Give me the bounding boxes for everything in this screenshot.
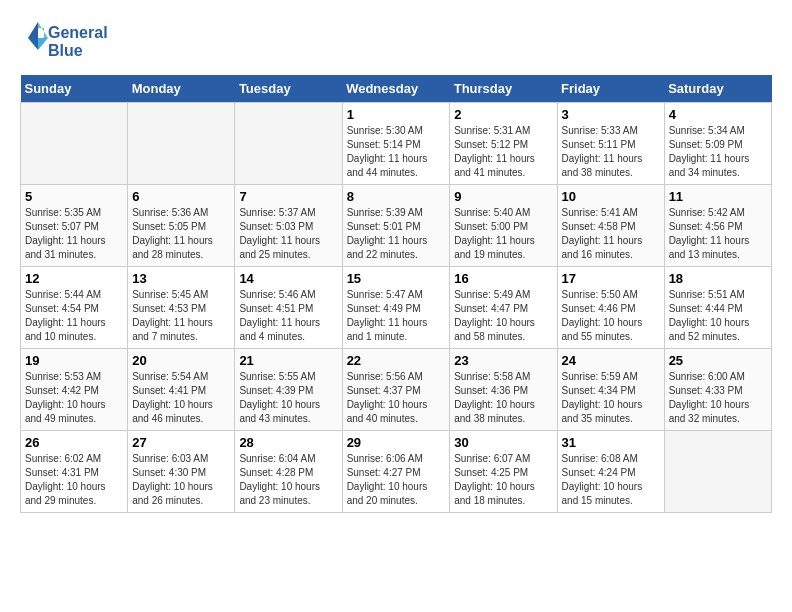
day-number: 9 [454, 189, 552, 204]
day-info: Sunrise: 6:07 AM Sunset: 4:25 PM Dayligh… [454, 452, 552, 508]
day-number: 24 [562, 353, 660, 368]
day-number: 7 [239, 189, 337, 204]
day-info: Sunrise: 5:56 AM Sunset: 4:37 PM Dayligh… [347, 370, 446, 426]
day-cell: 4Sunrise: 5:34 AM Sunset: 5:09 PM Daylig… [664, 103, 771, 185]
day-info: Sunrise: 6:08 AM Sunset: 4:24 PM Dayligh… [562, 452, 660, 508]
day-number: 6 [132, 189, 230, 204]
day-cell: 31Sunrise: 6:08 AM Sunset: 4:24 PM Dayli… [557, 431, 664, 513]
day-cell: 26Sunrise: 6:02 AM Sunset: 4:31 PM Dayli… [21, 431, 128, 513]
day-number: 3 [562, 107, 660, 122]
day-number: 27 [132, 435, 230, 450]
day-info: Sunrise: 5:53 AM Sunset: 4:42 PM Dayligh… [25, 370, 123, 426]
header-cell-sunday: Sunday [21, 75, 128, 103]
day-cell [21, 103, 128, 185]
day-cell: 13Sunrise: 5:45 AM Sunset: 4:53 PM Dayli… [128, 267, 235, 349]
svg-text:General: General [48, 24, 108, 41]
day-cell: 5Sunrise: 5:35 AM Sunset: 5:07 PM Daylig… [21, 185, 128, 267]
day-info: Sunrise: 5:31 AM Sunset: 5:12 PM Dayligh… [454, 124, 552, 180]
day-info: Sunrise: 5:51 AM Sunset: 4:44 PM Dayligh… [669, 288, 767, 344]
day-number: 20 [132, 353, 230, 368]
day-cell: 3Sunrise: 5:33 AM Sunset: 5:11 PM Daylig… [557, 103, 664, 185]
day-cell: 16Sunrise: 5:49 AM Sunset: 4:47 PM Dayli… [450, 267, 557, 349]
day-cell: 7Sunrise: 5:37 AM Sunset: 5:03 PM Daylig… [235, 185, 342, 267]
day-cell: 17Sunrise: 5:50 AM Sunset: 4:46 PM Dayli… [557, 267, 664, 349]
day-info: Sunrise: 6:00 AM Sunset: 4:33 PM Dayligh… [669, 370, 767, 426]
day-number: 21 [239, 353, 337, 368]
day-info: Sunrise: 6:04 AM Sunset: 4:28 PM Dayligh… [239, 452, 337, 508]
header-cell-tuesday: Tuesday [235, 75, 342, 103]
day-cell: 21Sunrise: 5:55 AM Sunset: 4:39 PM Dayli… [235, 349, 342, 431]
day-cell: 25Sunrise: 6:00 AM Sunset: 4:33 PM Dayli… [664, 349, 771, 431]
day-number: 28 [239, 435, 337, 450]
day-cell: 15Sunrise: 5:47 AM Sunset: 4:49 PM Dayli… [342, 267, 450, 349]
day-info: Sunrise: 5:44 AM Sunset: 4:54 PM Dayligh… [25, 288, 123, 344]
header-cell-saturday: Saturday [664, 75, 771, 103]
day-cell [128, 103, 235, 185]
day-number: 1 [347, 107, 446, 122]
day-number: 4 [669, 107, 767, 122]
day-info: Sunrise: 5:33 AM Sunset: 5:11 PM Dayligh… [562, 124, 660, 180]
day-number: 29 [347, 435, 446, 450]
day-number: 15 [347, 271, 446, 286]
day-info: Sunrise: 5:39 AM Sunset: 5:01 PM Dayligh… [347, 206, 446, 262]
day-number: 23 [454, 353, 552, 368]
day-number: 25 [669, 353, 767, 368]
svg-marker-2 [38, 22, 48, 38]
day-cell: 9Sunrise: 5:40 AM Sunset: 5:00 PM Daylig… [450, 185, 557, 267]
day-info: Sunrise: 5:45 AM Sunset: 4:53 PM Dayligh… [132, 288, 230, 344]
svg-text:Blue: Blue [48, 42, 83, 59]
header-cell-thursday: Thursday [450, 75, 557, 103]
logo: General Blue [20, 20, 110, 65]
day-info: Sunrise: 5:54 AM Sunset: 4:41 PM Dayligh… [132, 370, 230, 426]
day-info: Sunrise: 5:42 AM Sunset: 4:56 PM Dayligh… [669, 206, 767, 262]
day-cell: 18Sunrise: 5:51 AM Sunset: 4:44 PM Dayli… [664, 267, 771, 349]
day-cell: 14Sunrise: 5:46 AM Sunset: 4:51 PM Dayli… [235, 267, 342, 349]
day-info: Sunrise: 5:36 AM Sunset: 5:05 PM Dayligh… [132, 206, 230, 262]
day-number: 18 [669, 271, 767, 286]
day-cell: 10Sunrise: 5:41 AM Sunset: 4:58 PM Dayli… [557, 185, 664, 267]
day-cell: 27Sunrise: 6:03 AM Sunset: 4:30 PM Dayli… [128, 431, 235, 513]
calendar-table: SundayMondayTuesdayWednesdayThursdayFrid… [20, 75, 772, 513]
week-row-2: 5Sunrise: 5:35 AM Sunset: 5:07 PM Daylig… [21, 185, 772, 267]
svg-marker-4 [28, 38, 38, 50]
svg-marker-3 [28, 22, 38, 38]
day-cell: 30Sunrise: 6:07 AM Sunset: 4:25 PM Dayli… [450, 431, 557, 513]
day-info: Sunrise: 5:30 AM Sunset: 5:14 PM Dayligh… [347, 124, 446, 180]
day-info: Sunrise: 5:41 AM Sunset: 4:58 PM Dayligh… [562, 206, 660, 262]
day-info: Sunrise: 5:35 AM Sunset: 5:07 PM Dayligh… [25, 206, 123, 262]
day-info: Sunrise: 6:02 AM Sunset: 4:31 PM Dayligh… [25, 452, 123, 508]
day-info: Sunrise: 5:40 AM Sunset: 5:00 PM Dayligh… [454, 206, 552, 262]
day-info: Sunrise: 5:34 AM Sunset: 5:09 PM Dayligh… [669, 124, 767, 180]
day-number: 16 [454, 271, 552, 286]
day-info: Sunrise: 6:06 AM Sunset: 4:27 PM Dayligh… [347, 452, 446, 508]
header-row: SundayMondayTuesdayWednesdayThursdayFrid… [21, 75, 772, 103]
day-info: Sunrise: 5:47 AM Sunset: 4:49 PM Dayligh… [347, 288, 446, 344]
day-number: 11 [669, 189, 767, 204]
day-cell [664, 431, 771, 513]
day-cell: 19Sunrise: 5:53 AM Sunset: 4:42 PM Dayli… [21, 349, 128, 431]
page-header: General Blue [20, 20, 772, 65]
day-number: 22 [347, 353, 446, 368]
day-info: Sunrise: 5:37 AM Sunset: 5:03 PM Dayligh… [239, 206, 337, 262]
week-row-5: 26Sunrise: 6:02 AM Sunset: 4:31 PM Dayli… [21, 431, 772, 513]
week-row-3: 12Sunrise: 5:44 AM Sunset: 4:54 PM Dayli… [21, 267, 772, 349]
day-number: 31 [562, 435, 660, 450]
day-info: Sunrise: 5:55 AM Sunset: 4:39 PM Dayligh… [239, 370, 337, 426]
svg-marker-5 [38, 38, 48, 50]
day-number: 13 [132, 271, 230, 286]
day-cell: 29Sunrise: 6:06 AM Sunset: 4:27 PM Dayli… [342, 431, 450, 513]
day-info: Sunrise: 5:59 AM Sunset: 4:34 PM Dayligh… [562, 370, 660, 426]
day-number: 10 [562, 189, 660, 204]
day-number: 26 [25, 435, 123, 450]
day-number: 5 [25, 189, 123, 204]
day-cell: 24Sunrise: 5:59 AM Sunset: 4:34 PM Dayli… [557, 349, 664, 431]
day-cell: 8Sunrise: 5:39 AM Sunset: 5:01 PM Daylig… [342, 185, 450, 267]
week-row-1: 1Sunrise: 5:30 AM Sunset: 5:14 PM Daylig… [21, 103, 772, 185]
day-number: 8 [347, 189, 446, 204]
day-cell: 11Sunrise: 5:42 AM Sunset: 4:56 PM Dayli… [664, 185, 771, 267]
day-cell: 20Sunrise: 5:54 AM Sunset: 4:41 PM Dayli… [128, 349, 235, 431]
day-number: 12 [25, 271, 123, 286]
day-info: Sunrise: 5:46 AM Sunset: 4:51 PM Dayligh… [239, 288, 337, 344]
day-cell: 23Sunrise: 5:58 AM Sunset: 4:36 PM Dayli… [450, 349, 557, 431]
day-cell: 28Sunrise: 6:04 AM Sunset: 4:28 PM Dayli… [235, 431, 342, 513]
